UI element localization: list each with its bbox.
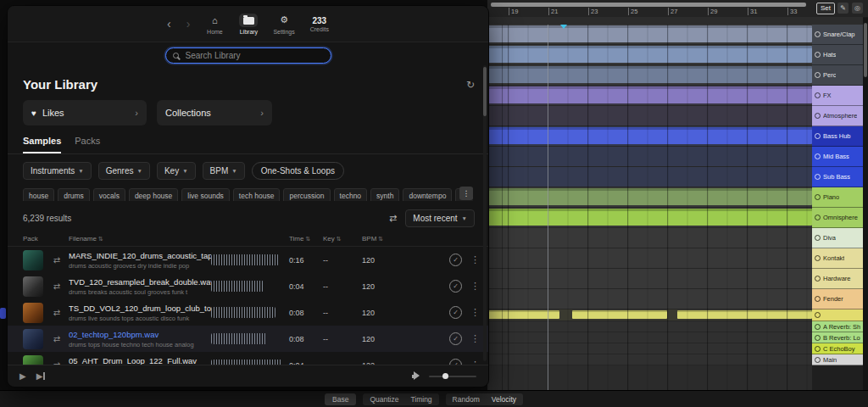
audio-clip[interactable] [487, 66, 812, 83]
tag-chip[interactable]: deep house [129, 188, 178, 201]
downloaded-check-icon[interactable]: ✓ [449, 332, 462, 345]
loop-icon[interactable]: ⇄ [50, 308, 64, 317]
track-header-sub-bass[interactable]: Sub Bass [812, 167, 863, 187]
track-activator-icon[interactable] [815, 324, 821, 330]
sample-row[interactable]: ⇄ TVD_120_resampled_break_double.wav dru… [8, 273, 488, 299]
base-button[interactable]: Base [325, 393, 356, 405]
tag-chip[interactable]: tech house [233, 188, 281, 201]
lane-perc[interactable] [487, 65, 812, 86]
lane-main[interactable] [487, 354, 812, 365]
track-header-kontakt[interactable]: Kontakt [812, 248, 863, 269]
downloaded-check-icon[interactable]: ✓ [449, 254, 462, 266]
nav-settings[interactable]: ⚙ Settings [273, 14, 294, 35]
tag-chip[interactable]: vocals [93, 188, 125, 201]
track-activator-icon[interactable] [815, 133, 821, 139]
track-activator-icon[interactable] [815, 215, 821, 220]
filter-bpm[interactable]: BPM▼ [203, 162, 245, 180]
track-activator-icon[interactable] [815, 194, 821, 200]
lane-diva[interactable] [487, 228, 812, 248]
lane-return-a[interactable] [487, 321, 812, 332]
track-header-snare-clap[interactable]: Snare/Clap [812, 25, 863, 45]
track-activator-icon[interactable] [815, 113, 821, 119]
downloaded-check-icon[interactable]: ✓ [449, 306, 462, 319]
track-header-fender[interactable]: Fender [812, 289, 863, 309]
lane-vox[interactable] [487, 309, 812, 321]
scrollbar-thumb[interactable] [483, 67, 487, 116]
sample-row-selected[interactable]: ⇄ 02_techtop_120bpm.wav drums tops house… [8, 326, 488, 352]
pencil-icon[interactable]: ✎ [837, 3, 849, 14]
row-menu-icon[interactable]: ⋮ [470, 333, 480, 344]
filter-instruments[interactable]: Instruments▼ [23, 162, 92, 180]
track-header-vox[interactable] [812, 309, 863, 321]
tag-chip[interactable]: techno [334, 188, 368, 201]
tag-chip[interactable]: drums [58, 188, 90, 201]
lane-omnisphere[interactable] [487, 208, 812, 228]
loop-icon[interactable]: ⇄ [50, 255, 64, 265]
track-header-hardware[interactable]: Hardware [812, 269, 863, 289]
track-activator-icon[interactable] [815, 335, 821, 341]
loop-icon[interactable]: ⇄ [50, 282, 64, 291]
track-activator-icon[interactable] [815, 296, 821, 302]
track-activator-icon[interactable] [815, 153, 821, 159]
daw-timeline-ruler[interactable]: 19 21 23 25 27 29 31 33 Set ✎ ◎ [487, 0, 868, 18]
row-menu-icon[interactable]: ⋮ [470, 281, 480, 292]
tag-chip[interactable]: live sounds [181, 188, 230, 201]
sample-row[interactable]: ⇄ MARS_INDIE_120_drums_acoustic_tape_bed… [8, 247, 488, 273]
audio-clip[interactable] [487, 127, 812, 144]
track-header-return-c[interactable]: C EchoBoy [812, 343, 863, 354]
midi-clip[interactable] [572, 310, 667, 319]
track-activator-icon[interactable] [815, 31, 821, 37]
waveform[interactable] [211, 333, 267, 344]
track-header-bass-hub[interactable]: Bass Hub [812, 126, 863, 147]
track-header-atmosphere[interactable]: Atmosphere [812, 106, 863, 126]
col-time[interactable]: Time⇅ [289, 235, 323, 243]
lane-piano[interactable] [487, 187, 812, 208]
pack-artwork[interactable] [23, 250, 43, 270]
tag-chip[interactable]: downtempo [403, 188, 452, 201]
arrangement-overview-strip[interactable] [491, 3, 806, 7]
forward-button[interactable]: › [186, 18, 191, 30]
lane-atmosphere[interactable] [487, 106, 812, 126]
track-activator-icon[interactable] [815, 255, 821, 261]
waveform[interactable] [211, 307, 275, 318]
pack-artwork[interactable] [23, 276, 43, 297]
lane-return-c[interactable] [487, 343, 812, 354]
track-activator-icon[interactable] [815, 72, 821, 78]
track-activator-icon[interactable] [815, 92, 821, 98]
track-activator-icon[interactable] [815, 312, 821, 318]
sample-row[interactable]: ⇄ TS_DD_VOL2_120_drum_loop_club_tom_cong… [8, 299, 488, 326]
sample-filename[interactable]: TS_DD_VOL2_120_drum_loop_club_tom_congas [69, 304, 211, 313]
follow-icon[interactable]: ◎ [852, 3, 863, 14]
sample-filename[interactable]: TVD_120_resampled_break_double.wav [69, 277, 211, 287]
tag-chip[interactable]: percussion [283, 188, 330, 201]
audio-clip[interactable] [487, 86, 812, 103]
track-activator-icon[interactable] [815, 276, 821, 282]
back-button[interactable]: ‹ [167, 18, 171, 30]
midi-clip[interactable] [677, 310, 812, 319]
audio-clip[interactable] [487, 46, 812, 63]
track-header-omnisphere[interactable]: Omnisphere [812, 208, 863, 228]
random-button[interactable]: Random [453, 395, 480, 404]
nav-home[interactable]: ⌂ Home [205, 14, 224, 35]
track-header-main[interactable]: Main [812, 354, 863, 365]
filter-genres[interactable]: Genres▼ [98, 162, 150, 180]
credits-indicator[interactable]: 233 Credits [310, 16, 329, 32]
track-header-return-a[interactable]: A Reverb: Sho [812, 321, 863, 332]
track-header-fx[interactable]: FX [812, 86, 863, 106]
loop-icon[interactable]: ⇄ [50, 334, 64, 343]
waveform[interactable] [211, 254, 279, 265]
sort-dropdown[interactable]: Most recent▼ [405, 209, 475, 227]
lane-kontakt[interactable] [487, 248, 812, 269]
waveform[interactable] [211, 281, 264, 292]
play-button[interactable]: ▶ [19, 371, 26, 381]
tab-packs[interactable]: Packs [75, 136, 100, 153]
sample-filename[interactable]: 02_techtop_120bpm.wav [69, 330, 211, 339]
track-activator-icon[interactable] [815, 357, 821, 363]
track-header-hats[interactable]: Hats [812, 45, 863, 65]
scrollbar-thumb[interactable] [864, 23, 867, 77]
pack-artwork[interactable] [23, 329, 43, 349]
tag-chip[interactable]: synth [370, 188, 399, 201]
tab-samples[interactable]: Samples [23, 136, 61, 153]
volume-slider[interactable] [429, 376, 476, 377]
track-activator-icon[interactable] [815, 235, 821, 241]
